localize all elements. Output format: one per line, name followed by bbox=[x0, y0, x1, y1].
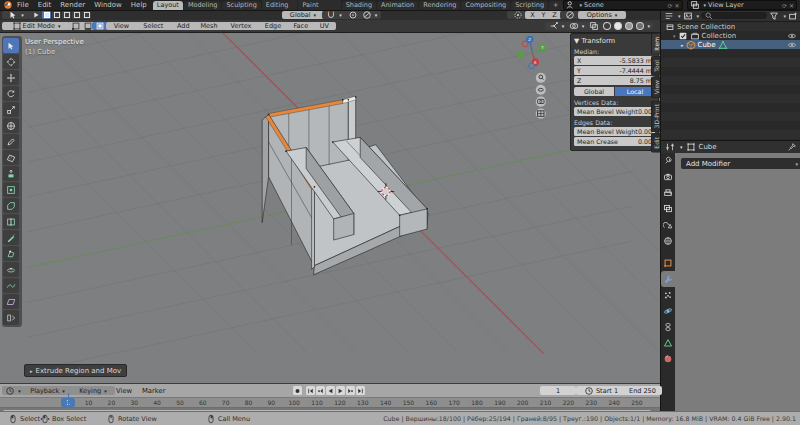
viewport-menu-edge[interactable]: Edge bbox=[258, 22, 289, 30]
tool-cursor[interactable] bbox=[3, 54, 19, 69]
current-frame-field[interactable]: 1 bbox=[540, 386, 576, 395]
tool-bevel[interactable] bbox=[3, 198, 19, 213]
properties-tab-particles[interactable] bbox=[661, 287, 675, 303]
prev-keyframe-button[interactable] bbox=[316, 386, 325, 395]
tool-loop-cut[interactable] bbox=[3, 214, 19, 229]
new-layer-icon[interactable]: ⟳ bbox=[782, 2, 787, 9]
properties-tab-tool[interactable] bbox=[661, 153, 675, 169]
menu-render[interactable]: Render bbox=[60, 1, 85, 9]
mode-dropdown[interactable]: Edit Mode▾ bbox=[2, 22, 70, 30]
select-mode-extend[interactable] bbox=[52, 11, 61, 19]
tool-measure[interactable] bbox=[3, 150, 19, 165]
blender-logo-icon[interactable] bbox=[3, 0, 13, 10]
median-y-field[interactable]: Y-7.4444 m bbox=[574, 66, 655, 75]
shading-material-icon[interactable] bbox=[625, 22, 633, 30]
viewport-menu-mesh[interactable]: Mesh bbox=[194, 22, 225, 30]
tool-spin[interactable] bbox=[3, 262, 19, 277]
menu-edit[interactable]: Edit bbox=[38, 1, 52, 9]
3d-viewport[interactable]: ZYX User Perspective (1) Cube ▸ Extrude … bbox=[0, 32, 660, 383]
tool-scale[interactable] bbox=[3, 102, 19, 117]
frame-start-field[interactable]: Start1 bbox=[576, 386, 626, 395]
vertex-bevel-weight-field[interactable]: Mean Bevel Weight0.00 bbox=[574, 107, 655, 116]
filter-id-dropdown[interactable] bbox=[683, 11, 693, 21]
viewport-menu-view[interactable]: View bbox=[106, 22, 137, 30]
hide-cube-eye-icon[interactable] bbox=[787, 40, 797, 50]
tool-extrude-region[interactable] bbox=[3, 166, 19, 181]
tool-knife[interactable] bbox=[3, 230, 19, 245]
workspace-tab-texture-paint[interactable]: Texture Paint bbox=[298, 0, 340, 10]
workspace-tab-compositing[interactable]: Compositing bbox=[461, 1, 510, 10]
properties-tab-render[interactable] bbox=[661, 169, 675, 185]
workspace-tab-scripting[interactable]: Scripting bbox=[511, 1, 548, 10]
menu-file[interactable]: File bbox=[17, 1, 29, 9]
outliner-row-collection[interactable]: ▾ Collection bbox=[661, 31, 800, 40]
properties-tab-scene[interactable] bbox=[661, 217, 675, 233]
pin-icon[interactable] bbox=[787, 142, 797, 152]
properties-tab-data[interactable] bbox=[661, 335, 675, 351]
properties-tab-world[interactable] bbox=[661, 233, 675, 249]
jump-start-button[interactable] bbox=[306, 386, 315, 395]
unlink-scene-icon[interactable]: ✕ bbox=[675, 2, 680, 9]
npanel-tab-item[interactable]: Item bbox=[651, 33, 660, 55]
outliner-row-cube[interactable]: ▸ Cube bbox=[661, 40, 800, 49]
edge-bevel-weight-field[interactable]: Mean Bevel Weight0.00 bbox=[574, 127, 655, 136]
frame-end-field[interactable]: End250 bbox=[623, 386, 662, 395]
workspace-tab-sculpting[interactable]: Sculpting bbox=[222, 1, 260, 10]
tool-rotate[interactable] bbox=[3, 86, 19, 101]
timeline-editor-type-dropdown[interactable]: ▾ bbox=[2, 386, 24, 395]
record-button[interactable] bbox=[293, 386, 302, 395]
filter-icon[interactable] bbox=[769, 11, 779, 21]
tool-smooth[interactable] bbox=[3, 278, 19, 293]
select-mode-invert[interactable] bbox=[72, 11, 81, 19]
select-mode-intersect[interactable] bbox=[82, 11, 91, 19]
tool-select-box[interactable] bbox=[3, 38, 19, 53]
orientation-local-button[interactable]: Local bbox=[615, 87, 655, 96]
menu-window[interactable]: Window bbox=[94, 1, 122, 9]
view-layer-selector[interactable]: ▾ View Layer ⟳ ✕ bbox=[687, 0, 797, 10]
transform-orientation-dropdown[interactable]: Global▾ bbox=[282, 11, 324, 19]
remove-layer-icon[interactable]: ✕ bbox=[789, 2, 794, 9]
properties-tab-view-layer[interactable] bbox=[661, 201, 675, 217]
marker-menu[interactable]: Marker bbox=[142, 387, 166, 395]
jump-end-button[interactable] bbox=[356, 386, 365, 395]
workspace-tab-uv-editing[interactable]: UV Editing bbox=[262, 0, 298, 10]
snap-dropdown[interactable]: ▾ bbox=[322, 11, 346, 19]
npanel-header[interactable]: ▼ Transform bbox=[574, 37, 655, 45]
select-mode-subtract[interactable] bbox=[62, 11, 71, 19]
view-menu[interactable]: View bbox=[116, 387, 132, 395]
properties-tab-material[interactable] bbox=[661, 351, 675, 367]
workspace-tab-layout[interactable]: Layout bbox=[153, 1, 183, 10]
tool-move[interactable] bbox=[3, 70, 19, 85]
tool-rip-region[interactable] bbox=[3, 310, 19, 325]
properties-tab-modifiers[interactable] bbox=[661, 271, 675, 287]
tool-transform[interactable] bbox=[3, 118, 19, 133]
median-z-field[interactable]: Z8.75 m bbox=[574, 76, 655, 85]
workspace-tab-shading[interactable]: Shading bbox=[342, 1, 376, 10]
scene-selector[interactable]: ▾ Scene ⟳ ✕ bbox=[563, 0, 683, 10]
viewport-menu-face[interactable]: Face bbox=[285, 22, 316, 30]
editor-type-icon[interactable] bbox=[665, 142, 675, 152]
viewport-menu-select[interactable]: Select bbox=[134, 22, 173, 30]
new-collection-icon[interactable] bbox=[788, 11, 798, 21]
npanel-tab-tool[interactable]: Tool bbox=[651, 56, 660, 76]
keying-menu[interactable]: Keying▾ bbox=[71, 386, 115, 395]
properties-tab-object[interactable] bbox=[661, 255, 675, 271]
options-dropdown[interactable]: Options▾ bbox=[578, 11, 626, 19]
median-x-field[interactable]: X-5.5833 m bbox=[574, 56, 655, 65]
view-layer-name[interactable]: View Layer bbox=[708, 1, 780, 9]
viewport-menu-vertex[interactable]: Vertex bbox=[221, 22, 260, 30]
mean-crease-field[interactable]: Mean Crease0.00 bbox=[574, 137, 655, 146]
properties-tab-constraints[interactable] bbox=[661, 319, 675, 335]
scene-name[interactable]: Scene bbox=[584, 1, 666, 9]
add-workspace-button[interactable]: + bbox=[549, 1, 562, 10]
npanel-tab-view[interactable]: View bbox=[651, 76, 660, 98]
orientation-global-button[interactable]: Global bbox=[574, 87, 614, 96]
tool-poly-build[interactable] bbox=[3, 246, 19, 261]
play-button[interactable] bbox=[336, 386, 345, 395]
npanel-tab-edit[interactable]: Edit bbox=[651, 133, 660, 153]
add-modifier-dropdown[interactable]: Add Modifier▾ bbox=[681, 158, 800, 169]
tool-annotate[interactable] bbox=[3, 134, 19, 149]
outliner-search-input[interactable] bbox=[701, 12, 767, 19]
display-mode-dropdown[interactable] bbox=[664, 11, 674, 21]
workspace-tab-rendering[interactable]: Rendering bbox=[419, 1, 460, 10]
